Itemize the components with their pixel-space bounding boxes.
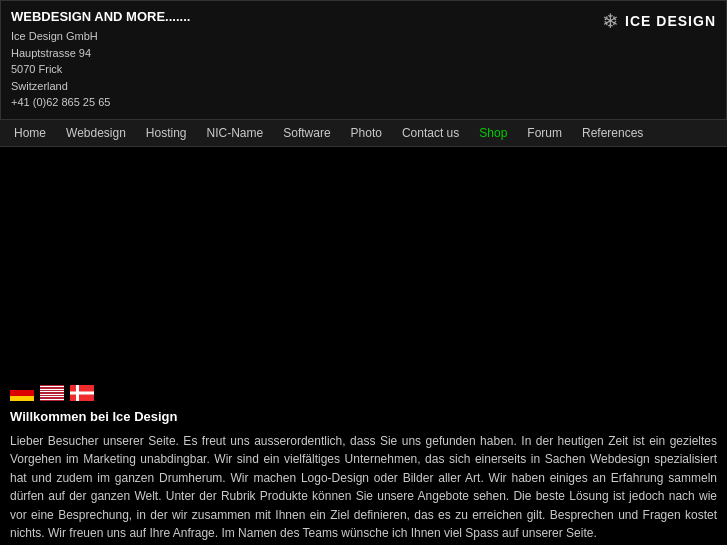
flag-de[interactable] bbox=[10, 385, 34, 401]
nav-item-webdesign[interactable]: Webdesign bbox=[56, 120, 136, 146]
welcome-heading: Willkommen bei Ice Design bbox=[10, 409, 717, 424]
content-area bbox=[0, 147, 727, 377]
nav-item-forum[interactable]: Forum bbox=[517, 120, 572, 146]
nav-item-photo[interactable]: Photo bbox=[341, 120, 392, 146]
nav-item-hosting[interactable]: Hosting bbox=[136, 120, 197, 146]
main-content: Willkommen bei Ice Design Lieber Besuche… bbox=[0, 405, 727, 546]
nav-item-shop[interactable]: Shop bbox=[469, 120, 517, 146]
navigation: HomeWebdesignHostingNIC-NameSoftwarePhot… bbox=[0, 120, 727, 147]
company-city: 5070 Frick bbox=[11, 61, 190, 78]
company-info: WEBDESIGN AND MORE....... Ice Design Gmb… bbox=[11, 9, 190, 111]
company-country: Switzerland bbox=[11, 78, 190, 95]
main-body: Lieber Besucher unserer Seite. Es freut … bbox=[10, 432, 717, 544]
nav-item-software[interactable]: Software bbox=[273, 120, 340, 146]
brand-area: ❄ ICE DESIGN bbox=[602, 9, 716, 33]
nav-item-nic-name[interactable]: NIC-Name bbox=[197, 120, 274, 146]
brand-label: ICE DESIGN bbox=[625, 13, 716, 29]
nav-item-home[interactable]: Home bbox=[4, 120, 56, 146]
company-name: Ice Design GmbH bbox=[11, 28, 190, 45]
nav-item-contact-us[interactable]: Contact us bbox=[392, 120, 469, 146]
nav-item-references[interactable]: References bbox=[572, 120, 653, 146]
site-title: WEBDESIGN AND MORE....... bbox=[11, 9, 190, 24]
language-flags bbox=[0, 377, 727, 405]
company-phone: +41 (0)62 865 25 65 bbox=[11, 94, 190, 111]
flag-us[interactable] bbox=[40, 385, 64, 401]
flag-no[interactable] bbox=[70, 385, 94, 401]
page-header: WEBDESIGN AND MORE....... Ice Design Gmb… bbox=[0, 0, 727, 120]
company-street: Hauptstrasse 94 bbox=[11, 45, 190, 62]
brand-icon: ❄ bbox=[602, 9, 619, 33]
